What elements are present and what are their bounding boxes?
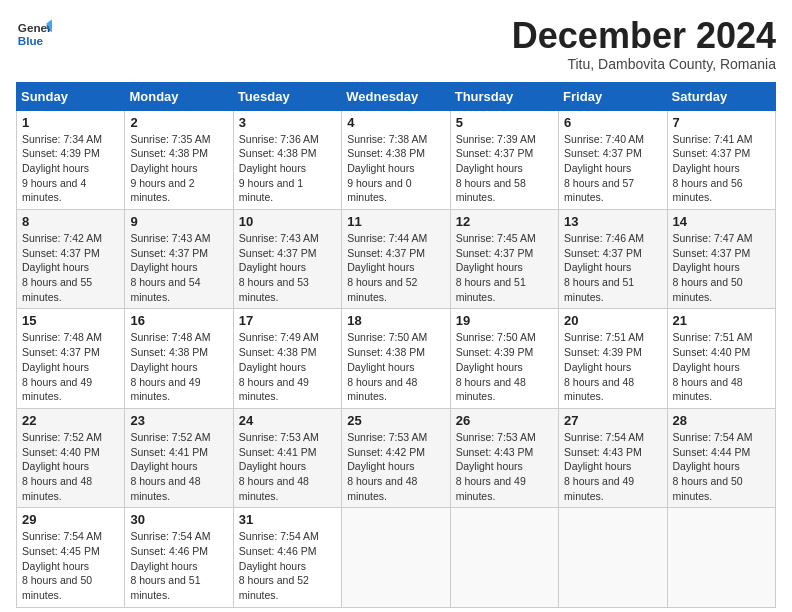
- day-info: Sunrise: 7:46 AMSunset: 4:37 PMDaylight …: [564, 232, 644, 303]
- calendar-cell: 30 Sunrise: 7:54 AMSunset: 4:46 PMDaylig…: [125, 508, 233, 607]
- day-info: Sunrise: 7:50 AMSunset: 4:39 PMDaylight …: [456, 331, 536, 402]
- day-info: Sunrise: 7:35 AMSunset: 4:38 PMDaylight …: [130, 133, 210, 204]
- day-number: 17: [239, 313, 336, 328]
- day-info: Sunrise: 7:48 AMSunset: 4:38 PMDaylight …: [130, 331, 210, 402]
- calendar-cell: 16 Sunrise: 7:48 AMSunset: 4:38 PMDaylig…: [125, 309, 233, 408]
- title-block: December 2024 Titu, Dambovita County, Ro…: [512, 16, 776, 72]
- calendar-cell: 26 Sunrise: 7:53 AMSunset: 4:43 PMDaylig…: [450, 408, 558, 507]
- day-number: 14: [673, 214, 770, 229]
- column-header-monday: Monday: [125, 82, 233, 110]
- calendar-cell: 12 Sunrise: 7:45 AMSunset: 4:37 PMDaylig…: [450, 210, 558, 309]
- calendar-cell: [342, 508, 450, 607]
- day-info: Sunrise: 7:53 AMSunset: 4:43 PMDaylight …: [456, 431, 536, 502]
- calendar-cell: 10 Sunrise: 7:43 AMSunset: 4:37 PMDaylig…: [233, 210, 341, 309]
- svg-text:Blue: Blue: [18, 34, 44, 47]
- calendar-cell: 28 Sunrise: 7:54 AMSunset: 4:44 PMDaylig…: [667, 408, 775, 507]
- day-info: Sunrise: 7:39 AMSunset: 4:37 PMDaylight …: [456, 133, 536, 204]
- calendar-cell: 22 Sunrise: 7:52 AMSunset: 4:40 PMDaylig…: [17, 408, 125, 507]
- column-header-saturday: Saturday: [667, 82, 775, 110]
- calendar-cell: 1 Sunrise: 7:34 AMSunset: 4:39 PMDayligh…: [17, 110, 125, 209]
- calendar-cell: 24 Sunrise: 7:53 AMSunset: 4:41 PMDaylig…: [233, 408, 341, 507]
- calendar-cell: [450, 508, 558, 607]
- page-header: General Blue December 2024 Titu, Dambovi…: [16, 16, 776, 72]
- column-header-wednesday: Wednesday: [342, 82, 450, 110]
- day-number: 24: [239, 413, 336, 428]
- calendar-week-3: 15 Sunrise: 7:48 AMSunset: 4:37 PMDaylig…: [17, 309, 776, 408]
- column-header-sunday: Sunday: [17, 82, 125, 110]
- day-number: 30: [130, 512, 227, 527]
- day-info: Sunrise: 7:54 AMSunset: 4:43 PMDaylight …: [564, 431, 644, 502]
- day-number: 11: [347, 214, 444, 229]
- day-number: 31: [239, 512, 336, 527]
- calendar-week-1: 1 Sunrise: 7:34 AMSunset: 4:39 PMDayligh…: [17, 110, 776, 209]
- day-info: Sunrise: 7:41 AMSunset: 4:37 PMDaylight …: [673, 133, 753, 204]
- day-info: Sunrise: 7:42 AMSunset: 4:37 PMDaylight …: [22, 232, 102, 303]
- day-info: Sunrise: 7:44 AMSunset: 4:37 PMDaylight …: [347, 232, 427, 303]
- day-info: Sunrise: 7:43 AMSunset: 4:37 PMDaylight …: [239, 232, 319, 303]
- day-info: Sunrise: 7:53 AMSunset: 4:41 PMDaylight …: [239, 431, 319, 502]
- day-number: 4: [347, 115, 444, 130]
- day-info: Sunrise: 7:54 AMSunset: 4:46 PMDaylight …: [239, 530, 319, 601]
- calendar-cell: 19 Sunrise: 7:50 AMSunset: 4:39 PMDaylig…: [450, 309, 558, 408]
- day-number: 3: [239, 115, 336, 130]
- day-number: 27: [564, 413, 661, 428]
- calendar-cell: 23 Sunrise: 7:52 AMSunset: 4:41 PMDaylig…: [125, 408, 233, 507]
- calendar-week-2: 8 Sunrise: 7:42 AMSunset: 4:37 PMDayligh…: [17, 210, 776, 309]
- day-number: 6: [564, 115, 661, 130]
- day-info: Sunrise: 7:47 AMSunset: 4:37 PMDaylight …: [673, 232, 753, 303]
- day-info: Sunrise: 7:52 AMSunset: 4:41 PMDaylight …: [130, 431, 210, 502]
- calendar-cell: 27 Sunrise: 7:54 AMSunset: 4:43 PMDaylig…: [559, 408, 667, 507]
- day-number: 15: [22, 313, 119, 328]
- column-header-tuesday: Tuesday: [233, 82, 341, 110]
- day-info: Sunrise: 7:49 AMSunset: 4:38 PMDaylight …: [239, 331, 319, 402]
- day-info: Sunrise: 7:48 AMSunset: 4:37 PMDaylight …: [22, 331, 102, 402]
- calendar-week-5: 29 Sunrise: 7:54 AMSunset: 4:45 PMDaylig…: [17, 508, 776, 607]
- day-info: Sunrise: 7:50 AMSunset: 4:38 PMDaylight …: [347, 331, 427, 402]
- calendar-cell: 18 Sunrise: 7:50 AMSunset: 4:38 PMDaylig…: [342, 309, 450, 408]
- calendar-cell: 6 Sunrise: 7:40 AMSunset: 4:37 PMDayligh…: [559, 110, 667, 209]
- calendar-cell: 8 Sunrise: 7:42 AMSunset: 4:37 PMDayligh…: [17, 210, 125, 309]
- day-number: 5: [456, 115, 553, 130]
- day-info: Sunrise: 7:40 AMSunset: 4:37 PMDaylight …: [564, 133, 644, 204]
- day-info: Sunrise: 7:36 AMSunset: 4:38 PMDaylight …: [239, 133, 319, 204]
- calendar-week-4: 22 Sunrise: 7:52 AMSunset: 4:40 PMDaylig…: [17, 408, 776, 507]
- day-number: 1: [22, 115, 119, 130]
- location: Titu, Dambovita County, Romania: [512, 56, 776, 72]
- calendar-cell: 9 Sunrise: 7:43 AMSunset: 4:37 PMDayligh…: [125, 210, 233, 309]
- day-number: 25: [347, 413, 444, 428]
- day-number: 22: [22, 413, 119, 428]
- calendar-cell: 7 Sunrise: 7:41 AMSunset: 4:37 PMDayligh…: [667, 110, 775, 209]
- day-number: 21: [673, 313, 770, 328]
- calendar-cell: 2 Sunrise: 7:35 AMSunset: 4:38 PMDayligh…: [125, 110, 233, 209]
- day-info: Sunrise: 7:43 AMSunset: 4:37 PMDaylight …: [130, 232, 210, 303]
- day-number: 16: [130, 313, 227, 328]
- day-info: Sunrise: 7:38 AMSunset: 4:38 PMDaylight …: [347, 133, 427, 204]
- day-number: 13: [564, 214, 661, 229]
- day-number: 7: [673, 115, 770, 130]
- calendar-cell: [667, 508, 775, 607]
- day-number: 29: [22, 512, 119, 527]
- calendar-cell: 5 Sunrise: 7:39 AMSunset: 4:37 PMDayligh…: [450, 110, 558, 209]
- column-header-friday: Friday: [559, 82, 667, 110]
- day-info: Sunrise: 7:54 AMSunset: 4:44 PMDaylight …: [673, 431, 753, 502]
- calendar-cell: 14 Sunrise: 7:47 AMSunset: 4:37 PMDaylig…: [667, 210, 775, 309]
- column-header-thursday: Thursday: [450, 82, 558, 110]
- day-info: Sunrise: 7:54 AMSunset: 4:45 PMDaylight …: [22, 530, 102, 601]
- day-info: Sunrise: 7:45 AMSunset: 4:37 PMDaylight …: [456, 232, 536, 303]
- calendar-table: SundayMondayTuesdayWednesdayThursdayFrid…: [16, 82, 776, 608]
- calendar-cell: 13 Sunrise: 7:46 AMSunset: 4:37 PMDaylig…: [559, 210, 667, 309]
- day-info: Sunrise: 7:53 AMSunset: 4:42 PMDaylight …: [347, 431, 427, 502]
- day-info: Sunrise: 7:51 AMSunset: 4:39 PMDaylight …: [564, 331, 644, 402]
- calendar-cell: 15 Sunrise: 7:48 AMSunset: 4:37 PMDaylig…: [17, 309, 125, 408]
- day-number: 19: [456, 313, 553, 328]
- calendar-cell: 4 Sunrise: 7:38 AMSunset: 4:38 PMDayligh…: [342, 110, 450, 209]
- day-info: Sunrise: 7:52 AMSunset: 4:40 PMDaylight …: [22, 431, 102, 502]
- calendar-cell: 20 Sunrise: 7:51 AMSunset: 4:39 PMDaylig…: [559, 309, 667, 408]
- calendar-cell: 3 Sunrise: 7:36 AMSunset: 4:38 PMDayligh…: [233, 110, 341, 209]
- day-number: 26: [456, 413, 553, 428]
- day-number: 20: [564, 313, 661, 328]
- month-title: December 2024: [512, 16, 776, 56]
- logo-icon: General Blue: [16, 16, 52, 52]
- calendar-cell: 17 Sunrise: 7:49 AMSunset: 4:38 PMDaylig…: [233, 309, 341, 408]
- day-number: 28: [673, 413, 770, 428]
